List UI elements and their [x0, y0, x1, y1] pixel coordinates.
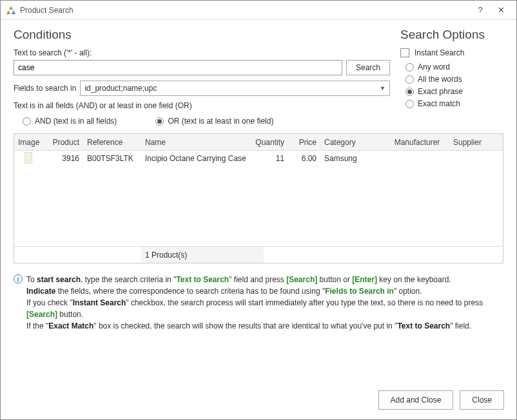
info-icon: i — [14, 274, 23, 283]
col-name[interactable]: Name — [141, 138, 251, 147]
checkbox-icon — [400, 48, 409, 57]
col-price[interactable]: Price — [288, 138, 320, 147]
result-count: 1 Product(s) — [141, 247, 264, 263]
instant-search-label: Instant Search — [415, 48, 464, 57]
cell-reference: B00TSF3LTK — [83, 154, 141, 163]
info-panel: i To start search, type the search crite… — [14, 274, 503, 332]
add-and-close-button[interactable]: Add and Close — [378, 390, 454, 410]
text-search-label: Text to search ('*' - all): — [14, 48, 390, 57]
close-window-button[interactable]: ✕ — [491, 5, 511, 15]
results-grid: Image Product Reference Name Quantity Pr… — [14, 133, 503, 263]
col-category[interactable]: Category — [320, 138, 385, 147]
fields-select[interactable]: id_product;name;upc ▼ — [80, 81, 390, 96]
and-label: AND (text is in all fields) — [35, 117, 117, 126]
cell-name: Incipio Octane Carrying Case — [141, 154, 251, 163]
cell-quantity: 11 — [251, 154, 288, 163]
options-heading: Search Options — [400, 28, 503, 42]
or-label: OR (text is at least in one field) — [168, 117, 273, 126]
product-thumb — [24, 152, 32, 164]
mode-exact-match-label: Exact match — [418, 99, 460, 108]
mode-exact-phrase-label: Exact phrase — [418, 87, 463, 96]
radio-icon — [405, 88, 414, 96]
grid-body: 3916 B00TSF3LTK Incipio Octane Carrying … — [14, 151, 503, 246]
radio-icon — [155, 117, 164, 126]
mode-any-word-label: Any word — [418, 62, 450, 72]
app-icon — [6, 5, 16, 15]
col-quantity[interactable]: Quantity — [251, 138, 288, 147]
cell-price: 6.00 — [288, 154, 320, 163]
logic-and-radio[interactable]: AND (text is in all fields) — [23, 117, 117, 126]
fields-value: id_product;name;upc — [84, 84, 380, 93]
radio-icon — [405, 75, 414, 84]
logic-or-radio[interactable]: OR (text is at least in one field) — [155, 117, 273, 126]
col-image[interactable]: Image — [14, 138, 48, 147]
conditions-heading: Conditions — [14, 28, 390, 42]
text-search-input[interactable] — [14, 60, 342, 75]
col-reference[interactable]: Reference — [83, 138, 141, 147]
window-title: Product Search — [20, 6, 470, 15]
close-button[interactable]: Close — [460, 390, 504, 410]
col-supplier[interactable]: Supplier — [449, 138, 494, 147]
grid-header: Image Product Reference Name Quantity Pr… — [14, 134, 503, 151]
info-text: To start search, type the search criteri… — [26, 274, 503, 332]
radio-icon — [23, 117, 31, 126]
title-bar: Product Search ? ✕ — [1, 1, 516, 20]
fields-label: Fields to search in — [14, 84, 76, 93]
search-button[interactable]: Search — [346, 60, 390, 75]
help-button[interactable]: ? — [470, 5, 491, 15]
mode-exact-phrase-radio[interactable]: Exact phrase — [405, 87, 503, 96]
mode-exact-match-radio[interactable]: Exact match — [405, 99, 503, 108]
radio-icon — [405, 63, 414, 72]
table-row[interactable]: 3916 B00TSF3LTK Incipio Octane Carrying … — [14, 151, 503, 166]
instant-search-checkbox[interactable]: Instant Search — [400, 48, 503, 57]
mode-any-word-radio[interactable]: Any word — [405, 62, 503, 72]
cell-product: 3916 — [48, 154, 83, 163]
mode-all-words-label: All the words — [418, 75, 462, 84]
mode-all-words-radio[interactable]: All the words — [405, 75, 503, 84]
col-manufacturer[interactable]: Manufacturer — [385, 138, 449, 147]
grid-footer: 1 Product(s) — [14, 246, 503, 263]
cell-category: Samsung — [320, 154, 385, 163]
chevron-down-icon: ▼ — [380, 85, 385, 91]
radio-icon — [405, 100, 414, 108]
logic-label: Text is in all fields (AND) or at least … — [14, 101, 390, 110]
col-product[interactable]: Product — [48, 138, 83, 147]
